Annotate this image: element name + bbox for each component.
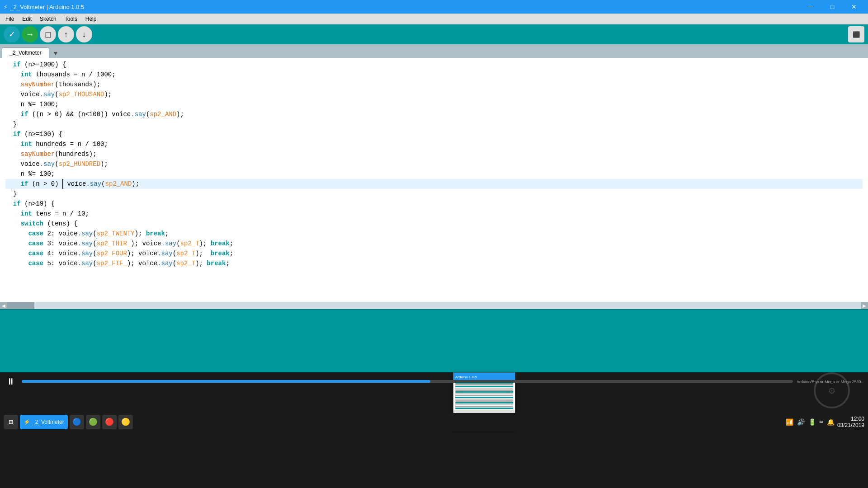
menu-help[interactable]: Help [82, 15, 100, 23]
code-line: if (n>=1000) { [5, 60, 863, 70]
battery-tray-icon[interactable]: 🔋 [808, 418, 816, 426]
horizontal-scrollbar[interactable]: ◀ ▶ [0, 302, 868, 309]
preview-line [455, 397, 513, 398]
taskbar-icon-4-glyph: 🟡 [121, 418, 130, 427]
taskbar-icon-4[interactable]: 🟡 [118, 415, 133, 429]
scroll-right-button[interactable]: ▶ [861, 302, 868, 309]
taskbar-icon-2-glyph: 🟢 [89, 418, 98, 427]
code-line: voice.say(sp2_HUNDRED); [5, 159, 863, 169]
preview-line [455, 406, 513, 407]
clock-time: 12:00 [837, 416, 864, 422]
code-line: sayNumber(thousands); [5, 80, 863, 89]
code-line: case 4: voice.say(sp2_FOUR); voice.say(s… [5, 249, 863, 258]
preview-line [455, 400, 513, 402]
language-tray-icon[interactable]: ⌨ [820, 418, 823, 426]
sound-tray-icon[interactable]: 🔊 [797, 418, 805, 426]
titlebar-left: ⚡ _2_Voltmeter | Arduino 1.8.5 [4, 3, 84, 11]
code-line: voice.say(sp2_THOUSAND); [5, 89, 863, 99]
code-line: int hundreds = n / 100; [5, 139, 863, 149]
notification-tray-icon[interactable]: 🔔 [827, 418, 835, 426]
code-line: int tens = n / 10; [5, 209, 863, 219]
progress-fill [22, 380, 430, 383]
preview-line [455, 399, 513, 400]
taskbar-icon-3[interactable]: 🔴 [102, 415, 117, 429]
clock-date: 03/21/2019 [837, 422, 864, 428]
tab-voltmeter[interactable]: _2_Voltmeter [2, 47, 49, 58]
taskbar-icon-2[interactable]: 🟢 [86, 415, 100, 429]
preview-line [455, 391, 513, 393]
preview-thumbnail: Arduino 1.8.5 [453, 373, 515, 413]
taskbar-app-icon: ⚡ [24, 419, 30, 425]
code-line: case 2: voice.say(sp2_TWENTY); break; [5, 229, 863, 239]
open-button[interactable]: ↑ [58, 26, 74, 42]
code-line: int thousands = n / 1000; [5, 70, 863, 80]
system-tray: 📶 🔊 🔋 ⌨ 🔔 [786, 418, 835, 426]
taskbar-icon-1[interactable]: 🔵 [70, 415, 84, 429]
code-line: case 3: voice.say(sp2_THIR_); voice.say(… [5, 239, 863, 249]
code-line: if ((n > 0) && (n<100)) voice.say(sp2_AN… [5, 109, 863, 119]
menu-edit[interactable]: Edit [19, 15, 35, 23]
code-editor[interactable]: if (n>=1000) { int thousands = n / 1000;… [0, 58, 868, 302]
preview-line [455, 402, 513, 404]
system-clock: 12:00 03/21/2019 [837, 416, 864, 428]
preview-line [455, 408, 513, 409]
logo-icon: ⚙ [829, 384, 835, 397]
code-line: } [5, 119, 863, 129]
network-tray-icon[interactable]: 📶 [786, 418, 793, 426]
verify-button[interactable]: ✓ [4, 26, 20, 42]
play-pause-button[interactable]: ⏸ [4, 374, 18, 389]
preview-line [455, 395, 513, 396]
preview-line [455, 386, 513, 387]
windows-icon: ⊞ [9, 418, 13, 427]
preview-line [455, 393, 513, 394]
system-taskbar: ⊞ ⚡ _2_Voltmeter 🔵 🟢 🔴 🟡 📶 [0, 413, 868, 431]
preview-line [455, 384, 513, 385]
taskbar-app-label: _2_Voltmeter [32, 419, 64, 425]
menu-tools[interactable]: Tools [61, 15, 81, 23]
maximize-button[interactable]: □ [822, 0, 843, 14]
upload-button[interactable]: → [22, 26, 38, 42]
scroll-left-button[interactable]: ◀ [0, 302, 7, 309]
preview-title: Arduino 1.8.5 [455, 375, 477, 379]
window-title: _2_Voltmeter | Arduino 1.8.5 [10, 4, 84, 10]
code-line: n %= 1000; [5, 99, 863, 109]
save-button[interactable]: ↓ [76, 26, 92, 42]
code-line: if (n>=100) { [5, 129, 863, 139]
start-button[interactable]: ⊞ [4, 415, 18, 429]
serial-monitor-button[interactable]: ⬛ [848, 26, 864, 42]
menu-file[interactable]: File [2, 15, 18, 23]
taskbar-icon-3-glyph: 🔴 [105, 418, 114, 427]
video-progress-bar[interactable] [22, 380, 793, 383]
taskbar-right: 📶 🔊 🔋 ⌨ 🔔 12:00 03/21/2019 [786, 416, 865, 428]
preview-code-area [453, 381, 515, 410]
code-line: sayNumber(hundreds); [5, 149, 863, 159]
watermark-logo: ⚙ [814, 372, 850, 408]
code-line: n %= 100; [5, 169, 863, 179]
output-area [0, 309, 868, 372]
menu-bar: File Edit Sketch Tools Help [0, 14, 868, 24]
taskbar-app-button[interactable]: ⚡ _2_Voltmeter [20, 415, 68, 429]
scroll-track[interactable] [7, 302, 861, 309]
new-button[interactable]: ◻ [40, 26, 56, 42]
tab-bar: _2_Voltmeter ▾ [0, 44, 868, 58]
menu-sketch[interactable]: Sketch [36, 15, 60, 23]
logo-circle: ⚙ [814, 372, 850, 408]
code-line: } [5, 189, 863, 199]
preview-line [455, 389, 513, 391]
code-line: if (n>19) { [5, 199, 863, 209]
preview-line [455, 388, 513, 389]
scroll-thumb[interactable] [7, 302, 34, 309]
taskbar-left: ⊞ ⚡ _2_Voltmeter 🔵 🟢 🔴 🟡 [4, 415, 133, 429]
taskbar-area: Arduino 1.8.5 07:18 07:21 [0, 372, 868, 431]
close-button[interactable]: ✕ [844, 0, 864, 14]
title-bar: ⚡ _2_Voltmeter | Arduino 1.8.5 ─ □ ✕ [0, 0, 868, 14]
minimize-button[interactable]: ─ [800, 0, 821, 14]
tab-label: _2_Voltmeter [9, 50, 42, 56]
add-tab-button[interactable]: ▾ [50, 48, 61, 58]
app-icon: ⚡ [4, 3, 7, 11]
toolbar: ✓ → ◻ ↑ ↓ ⬛ [0, 24, 868, 44]
window-controls: ─ □ ✕ [800, 0, 864, 14]
code-area[interactable]: if (n>=1000) { int thousands = n / 1000;… [0, 58, 868, 302]
taskbar-icon-1-glyph: 🔵 [72, 418, 81, 427]
preview-line [455, 404, 513, 405]
